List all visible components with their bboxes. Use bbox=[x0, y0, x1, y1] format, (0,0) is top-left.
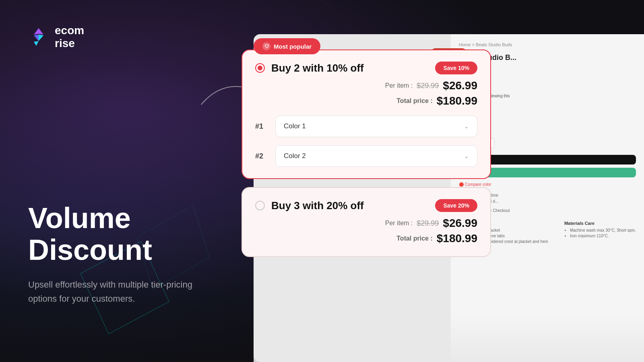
dropdown-value-1: Color 1 bbox=[284, 122, 306, 130]
new-price-2: $26.99 bbox=[443, 217, 477, 230]
discount-card-1[interactable]: Buy 2 with 10% off Save 10% Per item : $… bbox=[242, 49, 491, 179]
per-item-row-1: Per item : $29.99 $26.99 bbox=[255, 79, 477, 92]
old-price-1: $29.99 bbox=[417, 82, 439, 90]
total-price-1: $180.99 bbox=[437, 95, 477, 107]
radio-button-unselected[interactable] bbox=[255, 201, 265, 210]
color-dropdown-2[interactable]: Color 2 ⌄ bbox=[275, 145, 477, 167]
chevron-down-icon-2: ⌄ bbox=[464, 153, 469, 159]
discount-card-2[interactable]: Buy 3 with 20% off Save 20% Per item : $… bbox=[242, 187, 491, 257]
card2-title: Buy 3 with 20% off bbox=[271, 200, 364, 212]
material-item: Iron maximum 110°C. bbox=[570, 234, 636, 238]
cards-overlay: 🛡 Most popular Buy 2 with 10% off Save 1… bbox=[242, 38, 491, 257]
new-price-1: $26.99 bbox=[443, 79, 477, 92]
save-badge-1: Save 10% bbox=[435, 62, 477, 74]
total-price-2: $180.99 bbox=[437, 232, 477, 245]
total-row-2: Total price : $180.99 bbox=[255, 232, 477, 245]
color-dropdown-1[interactable]: Color 1 ⌄ bbox=[275, 115, 477, 137]
per-item-label-1: Per item : bbox=[385, 82, 413, 89]
dropdown-row-2: #2 Color 2 ⌄ bbox=[255, 145, 477, 167]
total-label-1: Total price : bbox=[396, 97, 433, 105]
svg-marker-6 bbox=[34, 35, 39, 41]
per-item-label-2: Per item : bbox=[385, 220, 413, 227]
dropdown-value-2: Color 2 bbox=[284, 152, 306, 160]
svg-marker-5 bbox=[34, 28, 43, 35]
old-price-2: $29.99 bbox=[417, 219, 439, 228]
page-subtitle: Upsell effortlessly with multiple tier-p… bbox=[28, 278, 221, 306]
most-popular-badge: 🛡 Most popular bbox=[254, 38, 320, 54]
logo-text: ecom rise bbox=[55, 24, 84, 50]
svg-marker-7 bbox=[39, 35, 43, 41]
material-item: Machine wash max 30°C, Short spin. bbox=[570, 228, 636, 232]
dropdown-number-2: #2 bbox=[255, 152, 267, 160]
logo-area: ecom rise bbox=[28, 24, 246, 50]
svg-marker-8 bbox=[34, 41, 39, 46]
logo-icon bbox=[28, 27, 49, 47]
radio-button-selected[interactable] bbox=[255, 63, 265, 73]
shield-icon: 🛡 bbox=[262, 42, 270, 50]
dropdown-number-1: #1 bbox=[255, 122, 267, 131]
chevron-down-icon: ⌄ bbox=[464, 123, 469, 130]
per-item-row-2: Per item : $29.99 $26.99 bbox=[255, 217, 477, 230]
total-label-2: Total price : bbox=[396, 235, 433, 242]
page-title: Volume Discount bbox=[28, 202, 246, 266]
total-row-1: Total price : $180.99 bbox=[255, 95, 477, 107]
dropdown-row-1: #1 Color 1 ⌄ bbox=[255, 115, 477, 137]
card1-title: Buy 2 with 10% off bbox=[271, 62, 364, 74]
save-badge-2: Save 20% bbox=[435, 199, 477, 212]
